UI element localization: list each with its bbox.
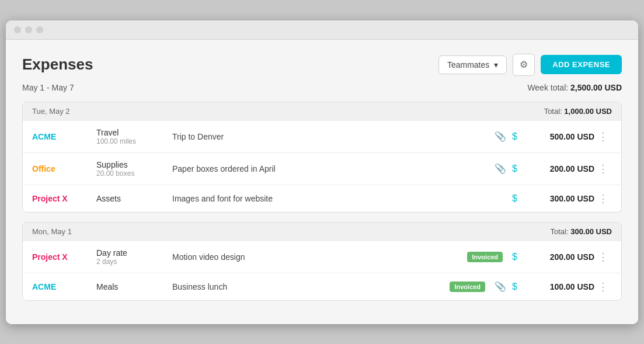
category-sub: 20.00 boxes: [96, 169, 172, 178]
week-total: Week total: 2,500.00 USD: [527, 83, 622, 92]
category-name: Meals: [96, 282, 172, 291]
expense-description: Motion video design: [172, 252, 467, 262]
category-name: Supplies: [96, 160, 172, 169]
app-window: Expenses Teammates ▾ ⚙ ADD EXPENSE May 1…: [6, 20, 638, 324]
expense-category: Assets: [96, 194, 172, 203]
table-row: Project X Assets Images and font for web…: [23, 185, 621, 212]
expense-category: Travel 100.00 miles: [96, 128, 172, 145]
expense-amount: 200.00 USD: [524, 164, 594, 173]
clip-icon[interactable]: 📎: [495, 163, 506, 174]
day-header-mon-may-1: Mon, May 1 Total: 300.00 USD: [23, 223, 621, 241]
title-bar: [6, 20, 638, 40]
expense-amount: 200.00 USD: [524, 252, 594, 262]
dollar-icon[interactable]: $: [512, 252, 517, 262]
dollar-icon[interactable]: $: [512, 131, 517, 142]
gear-icon: ⚙: [520, 59, 528, 70]
header-row: Expenses Teammates ▾ ⚙ ADD EXPENSE: [22, 54, 622, 76]
row-menu-button[interactable]: ⋮: [594, 192, 612, 205]
date-range-row: May 1 - May 7 Week total: 2,500.00 USD: [22, 83, 622, 92]
category-name: Day rate: [96, 248, 172, 258]
expense-amount: 500.00 USD: [524, 132, 594, 141]
row-menu-button[interactable]: ⋮: [594, 162, 612, 175]
expense-category: Day rate 2 days: [96, 248, 172, 266]
row-icons: Invoiced $: [467, 252, 517, 262]
category-name: Assets: [96, 194, 172, 203]
expense-category: Meals: [96, 282, 172, 291]
day-section-tue-may-2: Tue, May 2 Total: 1,000.00 USD ACME Trav…: [22, 102, 622, 213]
expense-description: Paper boxes ordered in April: [172, 164, 495, 173]
client-name[interactable]: ACME: [32, 282, 96, 291]
row-menu-button[interactable]: ⋮: [594, 251, 612, 263]
add-expense-button[interactable]: ADD EXPENSE: [541, 55, 622, 74]
client-name[interactable]: Office: [32, 164, 96, 173]
week-total-label: Week total:: [527, 83, 568, 92]
client-name[interactable]: Project X: [32, 194, 96, 203]
day-header-tue-may-2: Tue, May 2 Total: 1,000.00 USD: [23, 102, 621, 120]
clip-icon[interactable]: 📎: [495, 281, 506, 292]
teammates-label: Teammates: [447, 60, 489, 70]
expense-amount: 100.00 USD: [524, 282, 594, 291]
header-controls: Teammates ▾ ⚙ ADD EXPENSE: [438, 54, 622, 76]
day-total: Total: 1,000.00 USD: [544, 107, 612, 116]
table-row: ACME Meals Business lunch Invoiced 📎 $ 1…: [23, 273, 621, 300]
expense-description: Images and font for website: [172, 194, 512, 203]
expense-description: Trip to Denver: [172, 132, 495, 141]
dollar-icon[interactable]: $: [512, 193, 517, 204]
day-section-mon-may-1: Mon, May 1 Total: 300.00 USD Project X D…: [22, 222, 622, 301]
category-sub: 100.00 miles: [96, 137, 172, 145]
gear-button[interactable]: ⚙: [513, 54, 535, 76]
table-row: Office Supplies 20.00 boxes Paper boxes …: [23, 152, 621, 185]
invoiced-badge: Invoiced: [450, 282, 485, 292]
teammates-dropdown[interactable]: Teammates ▾: [438, 55, 507, 74]
client-name[interactable]: Project X: [32, 252, 96, 262]
row-icons: Invoiced 📎 $: [450, 281, 517, 292]
window-dot-min[interactable]: [25, 26, 32, 33]
row-icons: 📎 $: [495, 131, 517, 142]
row-icons: 📎 $: [495, 163, 517, 174]
date-range: May 1 - May 7: [22, 83, 74, 92]
invoiced-badge: Invoiced: [467, 252, 503, 262]
expense-description: Business lunch: [172, 282, 450, 291]
category-sub: 2 days: [96, 258, 172, 266]
expense-amount: 300.00 USD: [524, 194, 594, 203]
dollar-icon[interactable]: $: [512, 282, 517, 292]
expense-category: Supplies 20.00 boxes: [96, 160, 172, 178]
window-dot-close[interactable]: [14, 26, 21, 33]
dollar-icon[interactable]: $: [512, 164, 517, 174]
page-title: Expenses: [22, 55, 93, 74]
row-menu-button[interactable]: ⋮: [594, 130, 612, 143]
clip-icon[interactable]: 📎: [495, 131, 506, 142]
row-icons: $: [512, 193, 517, 204]
row-menu-button[interactable]: ⋮: [594, 280, 612, 293]
app-content: Expenses Teammates ▾ ⚙ ADD EXPENSE May 1…: [6, 40, 638, 324]
chevron-down-icon: ▾: [494, 60, 498, 70]
week-total-value: 2,500.00 USD: [570, 83, 622, 92]
window-dot-max[interactable]: [36, 26, 43, 33]
day-total: Total: 300.00 USD: [550, 227, 612, 236]
category-name: Travel: [96, 128, 172, 137]
day-label: Mon, May 1: [32, 227, 72, 236]
table-row: Project X Day rate 2 days Motion video d…: [23, 241, 621, 273]
table-row: ACME Travel 100.00 miles Trip to Denver …: [23, 120, 621, 152]
day-label: Tue, May 2: [32, 107, 70, 116]
client-name[interactable]: ACME: [32, 132, 96, 141]
